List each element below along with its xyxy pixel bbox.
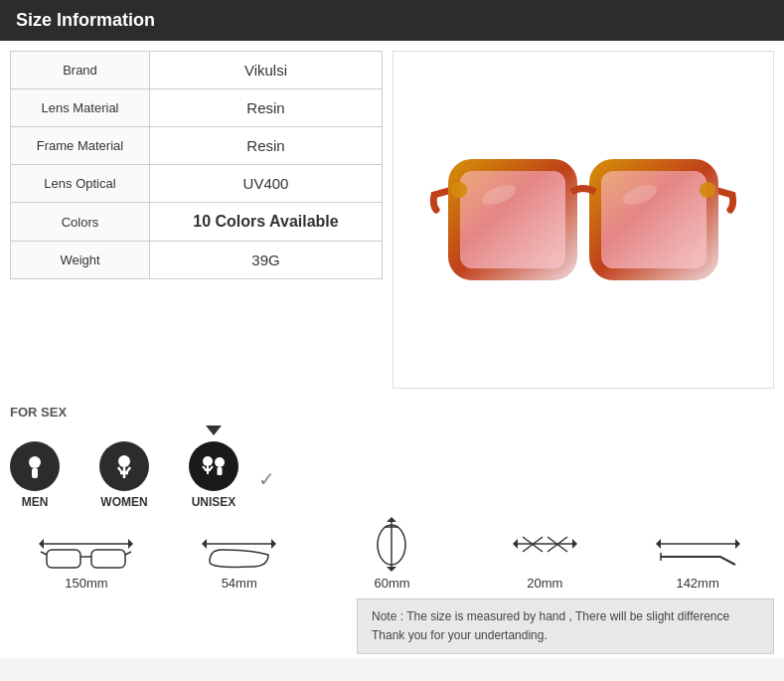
table-value: Resin: [150, 127, 383, 165]
table-row: Colors10 Colors Available: [11, 203, 383, 242]
dim-lens-width: 54mm: [163, 517, 316, 591]
svg-marker-28: [387, 517, 396, 522]
svg-marker-17: [39, 539, 44, 549]
table-value: Resin: [150, 89, 383, 127]
dim-total-width: 150mm: [10, 517, 163, 591]
table-row: Lens OpticalUV400: [11, 165, 383, 203]
women-icon: [99, 441, 149, 491]
info-table-wrap: BrandVikulsiLens MaterialResinFrame Mate…: [10, 51, 383, 389]
svg-rect-15: [218, 467, 223, 475]
info-table: BrandVikulsiLens MaterialResinFrame Mate…: [10, 51, 383, 279]
svg-marker-18: [128, 539, 133, 549]
svg-line-23: [125, 552, 131, 555]
svg-rect-1: [595, 165, 712, 274]
svg-rect-0: [454, 165, 571, 274]
table-row: Frame MaterialResin: [11, 127, 383, 165]
dim-value-lens-width: 54mm: [222, 576, 257, 591]
svg-point-11: [203, 456, 213, 466]
selected-triangle: [206, 426, 222, 435]
table-row: Weight39G: [11, 242, 383, 279]
note-line1: Note : The size is measured by hand , Th…: [372, 607, 759, 626]
table-row: Lens MaterialResin: [11, 89, 383, 127]
page-header: Size Information: [0, 0, 784, 41]
svg-marker-29: [387, 567, 396, 572]
dim-icon-lens-height: [365, 517, 419, 572]
gender-item-women: WOMEN: [99, 441, 149, 509]
table-value: Vikulsi: [150, 52, 383, 89]
note-line2: Thank you for your undertanding.: [372, 626, 759, 645]
dim-temple: 142mm: [621, 517, 774, 591]
table-row: BrandVikulsi: [11, 52, 383, 89]
dim-bridge: 20mm: [468, 517, 621, 591]
table-label: Frame Material: [11, 127, 150, 165]
table-value: UV400: [150, 165, 383, 203]
dim-icon-total-width: [39, 517, 133, 572]
women-label: WOMEN: [100, 495, 147, 509]
product-image: [392, 51, 774, 389]
dim-value-bridge: 20mm: [527, 576, 562, 591]
svg-marker-33: [513, 539, 518, 549]
svg-rect-19: [47, 550, 80, 568]
svg-point-6: [29, 456, 41, 468]
table-label: Brand: [11, 52, 150, 89]
men-label: MEN: [22, 495, 49, 509]
dimensions-section: 150mm 54mm: [0, 513, 784, 595]
for-sex-section: FOR SEX MEN WOMEN: [0, 399, 784, 509]
unisex-icon: [189, 441, 238, 491]
svg-rect-7: [32, 468, 38, 478]
table-value: 39G: [150, 242, 383, 279]
sunglasses-illustration: [424, 90, 742, 349]
table-label: Weight: [11, 242, 150, 279]
gender-item-men: MEN: [10, 441, 60, 509]
table-label: Colors: [11, 203, 150, 242]
selected-checkmark: ✓: [258, 467, 275, 491]
dim-value-temple: 142mm: [676, 576, 718, 591]
svg-marker-41: [735, 539, 740, 549]
note-box: Note : The size is measured by hand , Th…: [357, 598, 774, 654]
unisex-label: UNISEX: [192, 495, 236, 509]
page-title: Size Information: [16, 10, 155, 30]
gender-item-unisex: UNISEX: [189, 426, 238, 509]
svg-point-8: [118, 455, 130, 467]
svg-marker-26: [271, 539, 276, 549]
svg-point-3: [700, 182, 715, 198]
svg-rect-20: [91, 550, 125, 568]
dim-icon-temple: [656, 517, 740, 572]
note-wrap: Note : The size is measured by hand , Th…: [0, 595, 784, 658]
svg-point-14: [215, 457, 225, 467]
for-sex-label: FOR SEX: [10, 405, 774, 420]
svg-marker-34: [572, 539, 577, 549]
men-icon: [10, 441, 60, 491]
gender-icons-row: MEN WOMEN: [10, 426, 774, 509]
svg-marker-40: [656, 539, 661, 549]
svg-line-22: [41, 552, 47, 555]
table-value: 10 Colors Available: [150, 203, 383, 242]
dim-icon-lens-width: [202, 517, 276, 572]
svg-point-2: [451, 182, 467, 198]
dim-lens-height: 60mm: [316, 517, 469, 591]
svg-marker-25: [202, 539, 207, 549]
dim-icon-bridge: [513, 517, 577, 572]
dim-value-lens-height: 60mm: [374, 576, 409, 591]
dim-value-total-width: 150mm: [65, 576, 107, 591]
table-label: Lens Material: [11, 89, 150, 127]
table-label: Lens Optical: [11, 165, 150, 203]
